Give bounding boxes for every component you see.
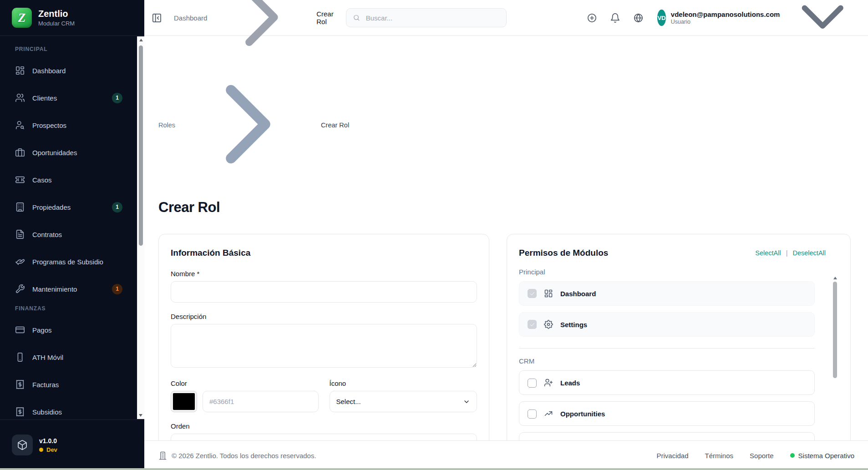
nombre-input[interactable] bbox=[171, 281, 477, 303]
module-row-dashboard[interactable]: Dashboard bbox=[519, 281, 815, 306]
main-column: Dashboard Crear Rol VD vdeleon@pampanoso… bbox=[144, 0, 868, 470]
sidebar-logo-area[interactable]: Z Zentlio Modular CRM bbox=[0, 0, 144, 36]
receipt-icon bbox=[15, 379, 25, 389]
scroll-down-arrow-icon[interactable] bbox=[139, 414, 142, 417]
notifications-button[interactable] bbox=[606, 9, 624, 27]
icono-select-value: Select... bbox=[336, 398, 361, 405]
scroll-up-arrow-icon[interactable] bbox=[139, 39, 143, 41]
permissions-scrollbar[interactable] bbox=[832, 274, 838, 440]
env-dot-icon bbox=[39, 448, 43, 452]
sidebar-item-label: Pagos bbox=[32, 326, 122, 334]
sidebar: Z Zentlio Modular CRM PRINCIPALDashboard… bbox=[0, 0, 144, 470]
breadcrumb-roles-link[interactable]: Roles bbox=[158, 121, 175, 129]
permission-group-crm: CRM bbox=[519, 357, 815, 365]
app-tagline: Modular CRM bbox=[38, 20, 75, 27]
sidebar-item-mantenimiento[interactable]: Mantenimiento1 bbox=[0, 275, 137, 303]
sidebar-item-oportunidades[interactable]: Oportunidades bbox=[0, 139, 137, 166]
sidebar-item-label: Programas de Subsidio bbox=[32, 258, 122, 266]
sidebar-scrollbar[interactable] bbox=[137, 36, 144, 419]
checkbox[interactable] bbox=[528, 379, 537, 388]
box-icon bbox=[17, 440, 28, 450]
group-divider bbox=[519, 348, 815, 349]
sidebar-item-clientes[interactable]: Clientes1 bbox=[0, 84, 137, 111]
permissions-links: SelectAll | DeselectAll bbox=[755, 249, 826, 257]
sidebar-item-label: Clientes bbox=[32, 94, 105, 102]
logo-text: Zentlio Modular CRM bbox=[38, 9, 75, 27]
search-icon bbox=[353, 14, 360, 22]
breadcrumb-dashboard-link[interactable]: Dashboard bbox=[174, 14, 207, 22]
heart-handshake-icon bbox=[15, 257, 25, 267]
sidebar-item-propiedades[interactable]: Propiedades1 bbox=[0, 193, 137, 221]
footer-link-privacidad[interactable]: Privacidad bbox=[657, 452, 689, 460]
select-all-link[interactable]: SelectAll bbox=[755, 249, 781, 257]
breadcrumb-current: Crear Rol bbox=[316, 10, 338, 25]
permission-group-principal: Principal bbox=[519, 268, 815, 276]
color-field-group: Color bbox=[171, 369, 319, 412]
module-row-opportunities[interactable]: Opportunities bbox=[519, 401, 815, 426]
sidebar-item-prospectos[interactable]: Prospectos bbox=[0, 111, 137, 139]
ticket-icon bbox=[15, 175, 25, 185]
checkbox[interactable] bbox=[528, 409, 537, 419]
sidebar-item-programas-de-subsidio[interactable]: Programas de Subsidio bbox=[0, 248, 137, 275]
basic-info-title: Información Básica bbox=[171, 248, 477, 258]
deselect-all-link[interactable]: DeselectAll bbox=[792, 249, 826, 257]
briefcase-icon bbox=[544, 440, 553, 440]
module-row-leads[interactable]: Leads bbox=[519, 370, 815, 395]
app-name: Zentlio bbox=[38, 9, 75, 19]
avatar: VD bbox=[657, 10, 666, 26]
sidebar-item-label: Dashboard bbox=[32, 67, 122, 75]
sidebar-item-pagos[interactable]: Pagos bbox=[0, 316, 137, 344]
footer-link-soporte[interactable]: Soporte bbox=[750, 452, 774, 460]
orden-input[interactable] bbox=[171, 434, 477, 440]
sidebar-collapse-button[interactable] bbox=[148, 9, 166, 27]
building-icon bbox=[15, 202, 25, 212]
panel-left-icon bbox=[152, 13, 162, 23]
chevron-right-icon bbox=[180, 56, 316, 194]
logo-letter: Z bbox=[18, 12, 26, 24]
sidebar-item-facturas[interactable]: Facturas bbox=[0, 371, 137, 398]
orden-label: Orden bbox=[171, 422, 477, 430]
page-content: Roles Crear Rol Crear Rol Información Bá… bbox=[144, 36, 868, 440]
search-input[interactable] bbox=[365, 14, 500, 22]
permissions-header: Permisos de Módulos SelectAll | Deselect… bbox=[519, 248, 838, 258]
sidebar-item-contratos[interactable]: Contratos bbox=[0, 221, 137, 248]
status-dot-icon bbox=[790, 453, 795, 458]
count-badge: 1 bbox=[112, 284, 122, 294]
sidebar-item-label: Subsidios bbox=[32, 408, 122, 416]
dashboard-icon bbox=[15, 66, 25, 76]
descripcion-label: Descripción bbox=[171, 313, 477, 320]
icono-select[interactable]: Select... bbox=[330, 391, 477, 412]
language-button[interactable] bbox=[629, 9, 647, 27]
add-button[interactable] bbox=[583, 9, 601, 27]
module-row-settings[interactable]: Settings bbox=[519, 312, 815, 337]
sidebar-scrollbar-thumb[interactable] bbox=[139, 45, 143, 246]
scroll-up-arrow-icon[interactable] bbox=[833, 277, 837, 279]
receipt-icon bbox=[15, 407, 25, 417]
descripcion-textarea[interactable] bbox=[171, 324, 477, 368]
zentlio-logo-icon: Z bbox=[12, 8, 32, 28]
sidebar-item-dashboard[interactable]: Dashboard bbox=[0, 57, 137, 84]
color-swatch[interactable] bbox=[171, 391, 197, 412]
sidebar-item-casos[interactable]: Casos bbox=[0, 166, 137, 193]
module-row-cases[interactable]: Cases bbox=[519, 432, 815, 440]
copyright-text: © 2026 Zentlio. Todos los derechos reser… bbox=[172, 452, 316, 460]
icono-label: Ícono bbox=[330, 379, 477, 387]
icono-field-group: Ícono Select... bbox=[330, 369, 477, 412]
sidebar-footer: v1.0.0 Dev bbox=[0, 419, 144, 470]
globe-icon bbox=[633, 13, 644, 23]
sidebar-item-subsidios[interactable]: Subsidios bbox=[0, 398, 137, 419]
color-swatch-value bbox=[173, 393, 195, 410]
breadcrumb-crear-rol: Crear Rol bbox=[321, 121, 349, 129]
plus-circle-icon bbox=[587, 13, 597, 23]
footer-link-terminos[interactable]: Términos bbox=[705, 452, 734, 460]
footer-links: Privacidad Términos Soporte Sistema Oper… bbox=[657, 452, 855, 460]
nav-section-principal: PRINCIPAL bbox=[0, 43, 137, 57]
sidebar-item-ath-movil[interactable]: ATH Móvil bbox=[0, 344, 137, 371]
smartphone-icon bbox=[15, 352, 25, 362]
permissions-groups: PrincipalDashboardSettingsCRMLeadsOpport… bbox=[519, 268, 838, 440]
cards-row: Información Básica Nombre * Descripción … bbox=[158, 234, 851, 440]
search-box[interactable] bbox=[346, 8, 507, 27]
permissions-scrollbar-thumb[interactable] bbox=[833, 282, 837, 378]
color-hex-input[interactable] bbox=[203, 391, 319, 412]
sidebar-item-label: ATH Móvil bbox=[32, 354, 122, 361]
